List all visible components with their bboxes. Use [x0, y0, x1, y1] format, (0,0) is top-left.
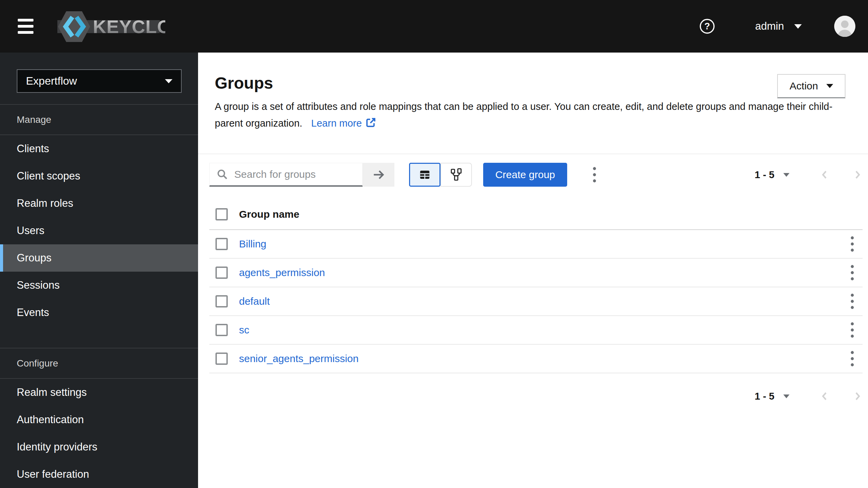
- kebab-icon: [592, 167, 597, 183]
- chevron-left-icon: [820, 169, 830, 181]
- divider: [198, 154, 868, 154]
- keycloak-logo: KEYCLOAK: [53, 10, 165, 43]
- pagination-top: 1 - 5: [755, 169, 863, 181]
- user-menu-label: admin: [755, 20, 784, 32]
- table-row: sc: [209, 316, 863, 345]
- learn-more-label: Learn more: [311, 118, 362, 129]
- pagination-prev-button[interactable]: [820, 169, 830, 181]
- sidebar-item-users[interactable]: Users: [0, 217, 198, 244]
- pagination-bottom: 1 - 5: [755, 384, 863, 408]
- arrow-right-icon: [372, 168, 385, 181]
- table-row: Billing: [209, 230, 863, 259]
- pagination-range-dropdown[interactable]: 1 - 5: [755, 391, 789, 402]
- nav-toggle-hamburger-icon[interactable]: [18, 19, 33, 34]
- row-kebab-menu[interactable]: [845, 291, 860, 312]
- chevron-left-icon: [820, 390, 830, 402]
- group-link[interactable]: agents_permission: [239, 267, 325, 278]
- sidebar-item-events[interactable]: Events: [0, 299, 198, 326]
- search-input-wrapper: [209, 163, 363, 187]
- groups-table: Group name Billing agents_permission def…: [209, 199, 863, 373]
- table-view-icon: [419, 169, 431, 181]
- chevron-down-icon: [783, 394, 789, 398]
- row-checkbox[interactable]: [215, 295, 228, 307]
- sidebar-item-authentication[interactable]: Authentication: [0, 406, 198, 433]
- row-kebab-menu[interactable]: [845, 320, 860, 340]
- svg-text:?: ?: [704, 21, 710, 31]
- search-icon: [216, 169, 228, 180]
- kebab-icon: [850, 322, 854, 338]
- nav-section-manage: Manage: [0, 105, 198, 134]
- action-dropdown-button[interactable]: Action: [777, 74, 845, 98]
- user-menu[interactable]: admin: [755, 20, 802, 32]
- avatar[interactable]: [834, 16, 855, 37]
- kebab-icon: [850, 293, 854, 310]
- row-checkbox[interactable]: [215, 267, 228, 279]
- search-group: [209, 163, 394, 187]
- logo-wordmark: KEYCLOAK: [93, 16, 165, 37]
- row-kebab-menu[interactable]: [845, 234, 860, 254]
- sidebar: Expertflow Manage Clients Client scopes …: [0, 53, 198, 488]
- group-link[interactable]: Billing: [239, 238, 266, 250]
- tree-view-icon: [450, 168, 463, 181]
- pagination-next-button[interactable]: [852, 390, 863, 402]
- sidebar-item-groups[interactable]: Groups: [0, 244, 198, 272]
- sidebar-item-client-scopes[interactable]: Client scopes: [0, 162, 198, 190]
- pagination-next-button[interactable]: [852, 169, 863, 181]
- view-toggle-group: [409, 163, 472, 187]
- table-row: senior_agents_permission: [209, 345, 863, 373]
- pagination-prev-button[interactable]: [820, 390, 830, 402]
- pagination-range: 1 - 5: [755, 391, 774, 402]
- row-kebab-menu[interactable]: [845, 262, 860, 283]
- chevron-down-icon: [165, 79, 172, 83]
- realm-selector[interactable]: Expertflow: [17, 69, 182, 93]
- table-header-row: Group name: [209, 199, 863, 230]
- table-view-toggle[interactable]: [409, 163, 440, 187]
- learn-more-link[interactable]: Learn more: [311, 118, 376, 129]
- row-kebab-menu[interactable]: [845, 348, 860, 369]
- sidebar-item-user-federation[interactable]: User federation: [0, 461, 198, 488]
- table-row: agents_permission: [209, 259, 863, 287]
- action-dropdown-label: Action: [789, 80, 818, 92]
- help-icon[interactable]: ?: [699, 18, 715, 34]
- kebab-icon: [850, 236, 854, 252]
- sidebar-item-clients[interactable]: Clients: [0, 135, 198, 162]
- chevron-right-icon: [852, 169, 863, 181]
- table-row: default: [209, 287, 863, 316]
- group-link[interactable]: sc: [239, 324, 249, 336]
- row-checkbox[interactable]: [215, 238, 228, 250]
- page-description: A group is a set of attributes and role …: [215, 98, 840, 132]
- group-name-column-header: Group name: [239, 209, 299, 220]
- page-title: Groups: [215, 74, 273, 92]
- sidebar-item-realm-roles[interactable]: Realm roles: [0, 190, 198, 217]
- group-link[interactable]: default: [239, 296, 270, 307]
- realm-selector-label: Expertflow: [26, 75, 165, 87]
- chevron-down-icon: [794, 24, 802, 29]
- pagination-range-dropdown[interactable]: 1 - 5: [755, 169, 789, 181]
- masthead-right: ? admin: [699, 0, 868, 53]
- select-all-checkbox[interactable]: [215, 208, 228, 220]
- chevron-down-icon: [783, 173, 789, 177]
- sidebar-nav: Manage Clients Client scopes Realm roles…: [0, 104, 198, 488]
- toolbar-kebab-menu[interactable]: [587, 163, 602, 187]
- group-link[interactable]: senior_agents_permission: [239, 353, 359, 364]
- create-group-button[interactable]: Create group: [483, 163, 567, 187]
- search-input[interactable]: [234, 168, 348, 181]
- external-link-icon: [365, 117, 376, 128]
- nav-section-configure: Configure: [0, 348, 198, 378]
- masthead: KEYCLOAK ? admin: [0, 0, 868, 53]
- kebab-icon: [850, 264, 854, 281]
- main-content: Groups Action A group is a set of attrib…: [198, 53, 868, 488]
- sidebar-item-identity-providers[interactable]: Identity providers: [0, 433, 198, 461]
- search-submit-button[interactable]: [363, 163, 394, 187]
- chevron-down-icon: [826, 84, 833, 88]
- chevron-right-icon: [852, 390, 863, 402]
- groups-toolbar: Create group 1 - 5: [209, 163, 863, 187]
- row-checkbox[interactable]: [215, 353, 228, 365]
- tree-view-toggle[interactable]: [440, 163, 472, 187]
- sidebar-item-sessions[interactable]: Sessions: [0, 272, 198, 299]
- sidebar-item-realm-settings[interactable]: Realm settings: [0, 379, 198, 406]
- row-checkbox[interactable]: [215, 324, 228, 336]
- kebab-icon: [850, 350, 854, 367]
- pagination-range: 1 - 5: [755, 169, 774, 181]
